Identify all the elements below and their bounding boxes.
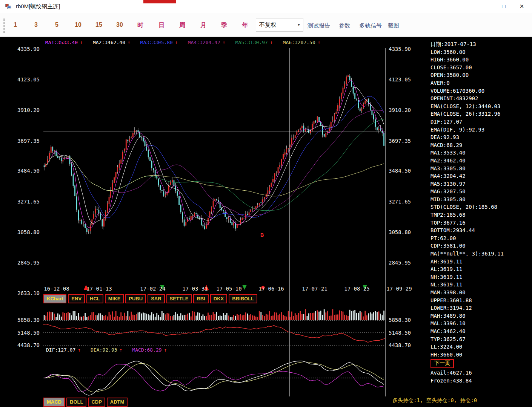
indicator-tab[interactable]: ENV (68, 294, 85, 303)
period-button[interactable]: 15 (95, 21, 102, 28)
indicator-tab[interactable]: SETTLE (166, 294, 192, 303)
volume-tick-label: 5148.50 (389, 330, 422, 336)
info-line: DIF:127.07 (431, 118, 530, 126)
period-button[interactable]: 年 (242, 21, 248, 29)
up-arrow-icon: ↑ (80, 40, 83, 45)
indicator-tab[interactable]: HCL (86, 294, 103, 303)
up-arrow-icon: ↑ (164, 347, 167, 353)
toolbar-grip (3, 18, 5, 33)
date-tick-label: 17-02-24 (140, 286, 165, 292)
info-line: CLOSE:3657.00 (431, 64, 530, 72)
position-status: 多头持仓:1, 空头持仓:0, 持仓:0 (392, 397, 477, 404)
adjustment-dropdown[interactable]: 不复权 ▼ (256, 18, 303, 32)
info-line: HIGH:3660.00 (431, 56, 530, 64)
info-line: MAC:3462.40 (431, 327, 530, 335)
info-line: EMA(CLOSE, 26):3312.96 (431, 110, 530, 118)
menu-item[interactable]: 截图 (388, 22, 399, 29)
info-line: MA1:3533.40 (431, 149, 530, 157)
menu-item[interactable]: 参数 (339, 22, 350, 29)
info-line: MA2:3462.40 (431, 157, 530, 165)
oscillator-tab[interactable]: CDP (88, 398, 105, 407)
account-line: Frozen:438.84 (431, 377, 530, 385)
oscillator-tab[interactable]: MACD (43, 398, 65, 407)
period-button[interactable]: 10 (75, 21, 81, 28)
date-axis: 16-12-0817-01-1317-02-2417-03-3117-05-10… (0, 286, 423, 292)
oscillator-tab-row: MACDBOLLCDPADTM (43, 398, 128, 407)
info-panel: 日期:2017-07-13LOW:3560.00HIGH:3660.00CLOS… (431, 40, 530, 385)
window-title: rb0M[螺纹钢主连] (16, 3, 60, 10)
price-tick-label: 2845.95 (389, 260, 422, 266)
date-tick-label: 17-01-13 (86, 286, 112, 292)
oscillator-tab[interactable]: BOLL (66, 398, 86, 407)
maximize-icon[interactable]: □ (495, 0, 512, 13)
volume-tick-label: 5148.50 (6, 330, 40, 336)
info-line: MA4:3204.42 (431, 172, 530, 180)
info-line: MAH:3489.80 (431, 312, 530, 320)
info-line: AH:3619.11 (431, 258, 530, 266)
date-tick-label: 16-12-08 (44, 286, 69, 292)
price-tick-label: 3271.65 (389, 199, 422, 205)
info-line: MA6:3207.50 (431, 188, 530, 196)
chevron-down-icon: ▼ (297, 18, 301, 31)
period-button[interactable]: 1 (14, 21, 17, 28)
info-line: LOW:3560.00 (431, 48, 530, 56)
adjustment-value: 不复权 (259, 21, 276, 28)
info-line: DEA:92.93 (431, 133, 530, 141)
period-button[interactable]: 月 (200, 21, 206, 29)
volume-tick-label: 4438.70 (389, 342, 422, 348)
info-line: OPEN:3580.00 (431, 71, 530, 79)
menu-item[interactable]: 多轨信号 (359, 22, 382, 29)
oscillator-tab[interactable]: ADTM (107, 398, 128, 407)
up-arrow-icon: ↑ (120, 347, 123, 353)
period-button[interactable]: 周 (179, 21, 185, 29)
ma-token: MA5:3130.97↑ (235, 40, 273, 45)
macd-values-row: DIF:127.07↑DEA:92.93↑MACD:68.29↑ (46, 347, 167, 353)
indicator-tab[interactable]: KChart (43, 294, 66, 303)
info-line: MA5:3130.97 (431, 180, 530, 188)
indicator-tab[interactable]: BBIBOLL (229, 294, 257, 303)
indicator-tab[interactable]: PUBU (125, 294, 146, 303)
date-tick-label: 17-07-21 (302, 286, 327, 292)
price-tick-label: 4335.90 (389, 46, 422, 52)
ma-token: MA6:3207.50↑ (283, 40, 321, 45)
up-arrow-icon: ↑ (318, 40, 321, 45)
period-button[interactable]: 3 (34, 21, 38, 28)
ma-token: MA4:3204.42↑ (188, 40, 226, 45)
info-line: TMP2:185.68 (431, 211, 530, 219)
period-button[interactable]: 5 (55, 21, 58, 28)
price-tick-label: 2845.95 (6, 260, 40, 266)
period-button[interactable]: 30 (116, 21, 123, 28)
info-line: EMA(DIF, 9):92.93 (431, 126, 530, 134)
price-tick-label: 4335.90 (6, 46, 40, 52)
indicator-tab[interactable]: MIKE (105, 294, 124, 303)
price-tick-label: 3910.20 (6, 107, 40, 113)
menu-item[interactable]: 测试报告 (308, 22, 330, 29)
ma-token: MA2:3462.40↑ (93, 40, 131, 45)
period-button[interactable]: 日 (158, 21, 165, 29)
period-button[interactable]: 季 (221, 21, 227, 29)
app-icon (5, 3, 12, 10)
price-tick-label: 3058.80 (389, 229, 422, 235)
price-tick-label: 3484.50 (6, 168, 40, 174)
close-icon[interactable]: ✕ (513, 0, 530, 13)
info-line: MAL:3396.10 (431, 320, 530, 327)
indicator-tab[interactable]: BBI (193, 294, 208, 303)
info-line: 日期:2017-07-13 (431, 40, 530, 48)
indicator-tab[interactable]: DKX (210, 294, 227, 303)
date-tick-label: 17-05-10 (216, 286, 241, 292)
indicator-tab-row: KChartENVHCLMIKEPUBUSARSETTLEBBIDKXBBIBO… (43, 294, 257, 303)
next-page-button[interactable]: 下一页 (431, 359, 454, 368)
info-line: MA3:3305.80 (431, 165, 530, 173)
ma-values-row: MA1:3533.40↑MA2:3462.40↑MA3:3305.80↑MA4:… (45, 40, 321, 45)
info-line: VOLUME:6170360.00 (431, 87, 530, 95)
minimize-icon[interactable]: — (475, 0, 493, 13)
info-line: PT:62.00 (431, 234, 530, 242)
period-button[interactable]: 时 (137, 21, 143, 29)
info-line: HH:3660.00 (431, 351, 530, 359)
price-tick-label: 3697.35 (389, 138, 422, 144)
date-tick-label: 17-08-25 (344, 286, 369, 292)
indicator-tab[interactable]: SAR (148, 294, 165, 303)
volume-tick-label: 4438.70 (6, 342, 40, 348)
info-line: NH:3619.11 (431, 273, 530, 281)
title-bar: rb0M[螺纹钢主连] — □ ✕ (0, 0, 532, 13)
